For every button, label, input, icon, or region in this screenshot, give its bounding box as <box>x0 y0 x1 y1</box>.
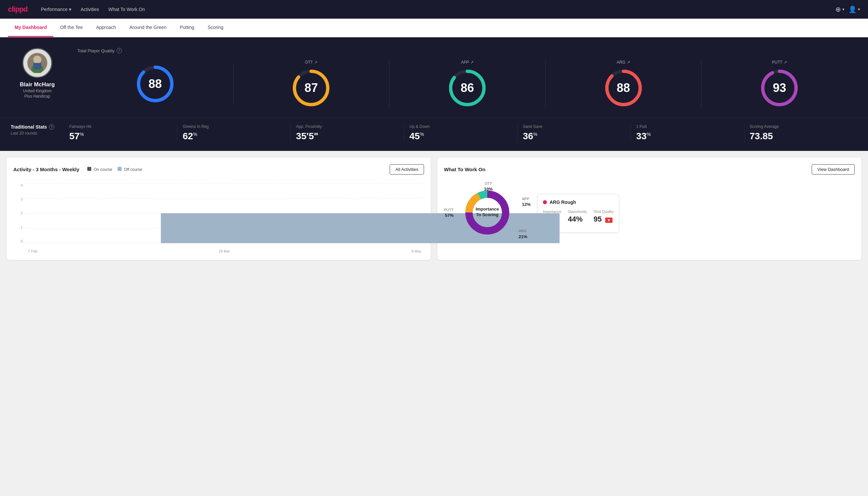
donut-section: OTT 10% APP 12% ARG 21% <box>444 180 855 247</box>
donut-chart-area: OTT 10% APP 12% ARG 21% <box>444 180 531 247</box>
arrow-icon: ↗ <box>470 60 474 65</box>
user-menu-button[interactable]: 👤 ▾ <box>848 5 860 13</box>
stats-help-icon[interactable]: ? <box>49 124 54 129</box>
hero-section: Blair McHarg United Kingdom Plus Handica… <box>0 37 868 117</box>
avatar <box>22 48 52 78</box>
nav-performance[interactable]: Performance ▾ <box>41 7 71 12</box>
svg-rect-3 <box>33 63 41 69</box>
stat-greens-in-reg: Greens In Reg 62% <box>177 124 290 142</box>
help-icon[interactable]: ? <box>116 48 122 53</box>
tab-my-dashboard[interactable]: My Dashboard <box>8 19 53 37</box>
card-title: ARG Rough <box>550 200 576 205</box>
nav-right-actions: ⊕ ▾ 👤 ▾ <box>835 5 860 13</box>
nav-what-to-work-on[interactable]: What To Work On <box>108 7 145 12</box>
score-arg: ARG ↗ 88 <box>546 60 702 108</box>
app-donut-label: APP 12% <box>522 197 531 208</box>
card-shot-quality: Shot Quality 95 ▼ <box>594 210 614 223</box>
score-total: 88 <box>77 64 234 104</box>
chart-panel-title: Activity - 3 Months - Weekly <box>13 167 79 172</box>
x-label: 28 Mar <box>219 249 230 253</box>
player-name: Blair McHarg <box>20 81 55 88</box>
stats-values: Fairways Hit 57% Greens In Reg 62% App. … <box>64 124 857 142</box>
scores-row: 88 OTT ↗ 87 <box>77 60 857 108</box>
arg-score-value: 88 <box>617 81 630 95</box>
card-opportunity: Opportunity 44% <box>568 210 587 223</box>
y-axis: 4 3 2 1 0 <box>13 183 23 243</box>
score-app: APP ↗ 86 <box>389 60 546 108</box>
x-axis: 7 Feb 28 Mar 9 May <box>25 249 424 253</box>
player-handicap: Plus Handicap <box>24 94 50 98</box>
total-quality-label: Total Player Quality ? <box>77 48 857 53</box>
activity-chart: 4 3 2 1 0 <box>13 180 424 253</box>
arg-donut-label: ARG 21% <box>519 229 527 240</box>
add-button[interactable]: ⊕ ▾ <box>835 5 845 13</box>
chart-panel-header: Activity - 3 Months - Weekly On course O… <box>13 164 424 174</box>
svg-text:To Scoring: To Scoring <box>476 212 499 217</box>
legend-off-course: Off course <box>117 167 142 172</box>
down-badge: ▼ <box>605 218 613 223</box>
svg-text:Importance: Importance <box>476 206 499 212</box>
user-icon: 👤 <box>848 5 857 13</box>
chevron-down-icon: ▾ <box>69 7 71 12</box>
stat-sand-save: Sand Save 36% <box>518 124 631 142</box>
chart-legend: On course Off course <box>87 167 142 172</box>
tab-putting[interactable]: Putting <box>173 19 201 37</box>
arrow-icon: ↗ <box>784 60 787 65</box>
svg-point-1 <box>33 56 41 64</box>
tab-approach[interactable]: Approach <box>89 19 123 37</box>
stat-scoring-average: Scoring Average 73.85 <box>744 124 857 142</box>
tab-off-the-tee[interactable]: Off the Tee <box>53 19 89 37</box>
arrow-icon: ↗ <box>627 60 630 65</box>
total-circle: 88 <box>135 64 175 104</box>
activity-chart-panel: Activity - 3 Months - Weekly On course O… <box>7 158 431 260</box>
tab-scoring[interactable]: Scoring <box>201 19 230 37</box>
bars <box>25 183 424 243</box>
app-score-value: 86 <box>461 81 474 95</box>
donut-svg-container: Importance To Scoring <box>462 188 512 239</box>
chevron-down-icon: ▾ <box>842 7 845 12</box>
putt-score-value: 93 <box>773 81 786 95</box>
top-navigation: clippd Performance ▾ Activities What To … <box>0 0 868 19</box>
putt-donut-label: PUTT 57% <box>444 207 454 219</box>
player-info: Blair McHarg United Kingdom Plus Handica… <box>11 48 64 98</box>
tab-bar: My Dashboard Off the Tee Approach Around… <box>0 19 868 37</box>
total-score-value: 88 <box>148 77 162 91</box>
bottom-panels: Activity - 3 Months - Weekly On course O… <box>0 151 868 266</box>
legend-on-course: On course <box>87 167 112 172</box>
player-country: United Kingdom <box>23 89 51 93</box>
putt-circle: 93 <box>759 68 800 108</box>
ott-circle: 87 <box>291 68 331 108</box>
x-label: 7 Feb <box>28 249 37 253</box>
arg-circle: 88 <box>603 68 644 108</box>
stat-1-putt: 1 Putt 33% <box>631 124 744 142</box>
stats-subtitle: Last 20 rounds <box>11 131 64 136</box>
ott-score-value: 87 <box>304 81 318 95</box>
app-circle: 86 <box>447 68 487 108</box>
all-activities-button[interactable]: All Activities <box>390 164 424 174</box>
chevron-down-icon: ▾ <box>858 7 860 12</box>
nav-activities[interactable]: Activities <box>81 7 99 12</box>
x-label: 9 May <box>411 249 421 253</box>
stat-fairways-hit: Fairways Hit 57% <box>64 124 177 142</box>
stats-label: Traditional Stats ? Last 20 rounds <box>11 124 64 136</box>
what-to-work-on-panel: What To Work On View Dashboard OTT 10% A… <box>437 158 861 260</box>
work-on-panel-title: What To Work On <box>444 167 485 172</box>
pink-indicator <box>543 200 547 204</box>
scores-container: Total Player Quality ? 88 <box>77 48 857 108</box>
view-dashboard-button[interactable]: View Dashboard <box>812 164 855 174</box>
score-putt: PUTT ↗ 93 <box>701 60 857 108</box>
stat-app-proximity: App. Proximity 35'5" <box>291 124 404 142</box>
work-on-panel-header: What To Work On View Dashboard <box>444 164 855 174</box>
stat-up-down: Up & Down 45% <box>404 124 517 142</box>
stats-section: Traditional Stats ? Last 20 rounds Fairw… <box>0 117 868 151</box>
tab-around-the-green[interactable]: Around the Green <box>123 19 173 37</box>
arrow-icon: ↗ <box>314 60 317 65</box>
nav-links: Performance ▾ Activities What To Work On <box>41 7 145 12</box>
score-ott: OTT ↗ 87 <box>234 60 390 108</box>
brand-logo[interactable]: clippd <box>8 5 28 14</box>
